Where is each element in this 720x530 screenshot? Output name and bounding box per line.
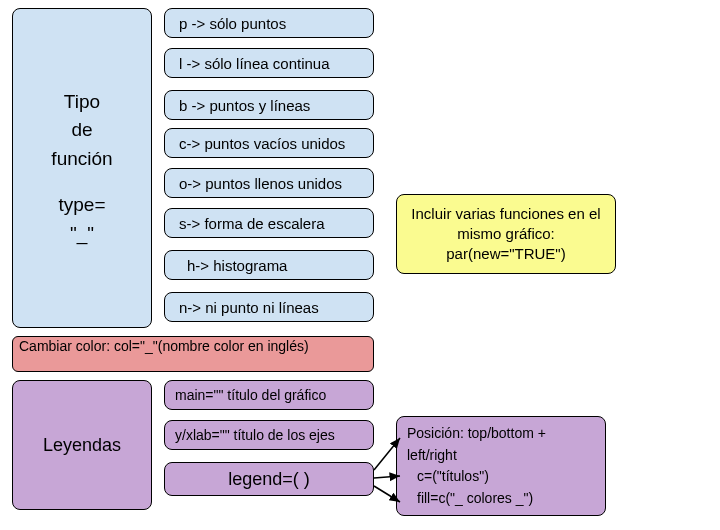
legend-block: Leyendas <box>12 380 152 510</box>
color-row: Cambiar color: col="_"(nombre color en i… <box>12 336 374 372</box>
type-item-c: c-> puntos vacíos unidos <box>164 128 374 158</box>
type-item-h: h-> histograma <box>164 250 374 280</box>
type-title-l3: función <box>51 148 112 169</box>
type-title-l2: de <box>71 119 92 140</box>
legend-pos-l2: left/right <box>407 445 457 467</box>
type-sub-l2: "_" <box>70 223 94 244</box>
legend-pos-l4: fill=c("_ colores _") <box>407 488 533 510</box>
legend-position-box: Posición: top/bottom + left/right c=("tí… <box>396 416 606 516</box>
legend-title: Leyendas <box>43 435 121 456</box>
note-l2: mismo gráfico: <box>457 225 555 242</box>
legend-item-label: y/xlab="" título de los ejes <box>175 427 335 443</box>
legend-item-xylab: y/xlab="" título de los ejes <box>164 420 374 450</box>
type-item-b: b -> puntos y líneas <box>164 90 374 120</box>
type-subtitle: type= "_" <box>58 191 105 248</box>
type-item-label: b -> puntos y líneas <box>179 97 310 114</box>
type-item-label: h-> histograma <box>187 257 287 274</box>
type-item-label: o-> puntos llenos unidos <box>179 175 342 192</box>
note-l1: Incluir varias funciones en el <box>411 205 600 222</box>
legend-pos-l1: Posición: top/bottom + <box>407 423 546 445</box>
type-item-label: s-> forma de escalera <box>179 215 324 232</box>
type-item-label: n-> ni punto ni líneas <box>179 299 319 316</box>
type-item-l: l -> sólo línea continua <box>164 48 374 78</box>
type-item-s: s-> forma de escalera <box>164 208 374 238</box>
type-function-block: Tipo de función type= "_" <box>12 8 152 328</box>
type-title: Tipo de función <box>51 88 112 174</box>
color-row-text: Cambiar color: col="_"(nombre color en i… <box>19 339 309 354</box>
type-item-label: c-> puntos vacíos unidos <box>179 135 345 152</box>
note-text: Incluir varias funciones en el mismo grá… <box>411 204 600 265</box>
legend-command: legend=( ) <box>164 462 374 496</box>
type-sub-l1: type= <box>58 194 105 215</box>
type-title-l1: Tipo <box>64 91 100 112</box>
legend-item-label: main="" título del gráfico <box>175 387 326 403</box>
type-item-n: n-> ni punto ni líneas <box>164 292 374 322</box>
multi-function-note: Incluir varias funciones en el mismo grá… <box>396 194 616 274</box>
type-item-o: o-> puntos llenos unidos <box>164 168 374 198</box>
type-item-p: p -> sólo puntos <box>164 8 374 38</box>
type-item-label: l -> sólo línea continua <box>179 55 330 72</box>
note-l3: par(new="TRUE") <box>446 245 565 262</box>
type-item-label: p -> sólo puntos <box>179 15 286 32</box>
legend-item-main: main="" título del gráfico <box>164 380 374 410</box>
legend-command-text: legend=( ) <box>228 469 310 490</box>
legend-pos-l3: c=("títulos") <box>407 466 489 488</box>
